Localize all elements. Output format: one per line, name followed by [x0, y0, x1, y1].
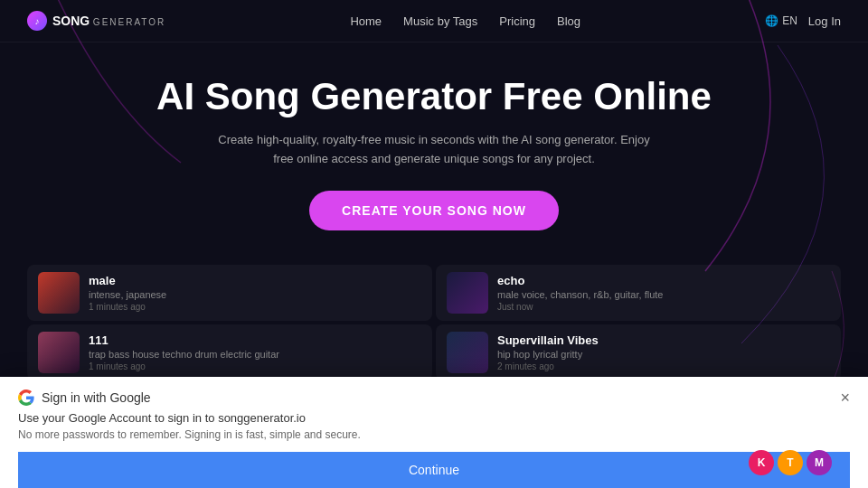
song-time: Just now [497, 302, 830, 312]
song-tags: hip hop lyrical gritty [497, 349, 830, 360]
song-card[interactable]: 111 trap bass house techno drum electric… [27, 324, 432, 380]
song-info: Supervillain Vibes hip hop lyrical gritt… [497, 333, 830, 371]
language-selector[interactable]: 🌐 EN [765, 14, 797, 27]
nav-home[interactable]: Home [350, 14, 382, 28]
nav-pricing[interactable]: Pricing [499, 14, 535, 28]
hero-title: AI Song Generator Free Online [18, 75, 850, 118]
close-signin-button[interactable]: × [840, 389, 850, 406]
song-tags: intense, japanese [89, 289, 421, 300]
song-thumbnail [447, 272, 488, 314]
nav-blog[interactable]: Blog [557, 14, 580, 28]
avatar-1: K [749, 450, 774, 475]
song-tags: trap bass house techno drum electric gui… [89, 349, 421, 360]
google-signin-bar: Sign in with Google × Use your Google Ac… [0, 377, 868, 488]
signin-subtext: No more passwords to remember. Signing i… [18, 428, 850, 441]
song-card[interactable]: Supervillain Vibes hip hop lyrical gritt… [436, 324, 841, 380]
song-time: 1 minutes ago [89, 302, 421, 312]
avatar-3: M [807, 450, 832, 475]
navbar-right: 🌐 EN Log In [765, 14, 841, 28]
song-title: male [89, 274, 421, 287]
signin-description: Use your Google Account to sign in to so… [18, 411, 850, 425]
song-card[interactable]: echo male voice, chanson, r&b, guitar, f… [436, 265, 841, 321]
song-time: 2 minutes ago [497, 361, 830, 371]
avatar-2: T [778, 450, 803, 475]
song-info: 111 trap bass house techno drum electric… [89, 333, 421, 371]
song-time: 1 minutes ago [89, 361, 421, 371]
song-info: echo male voice, chanson, r&b, guitar, f… [497, 274, 830, 312]
language-icon: 🌐 [765, 14, 778, 27]
logo-icon: ♪ [27, 11, 47, 31]
google-logo-icon [18, 389, 34, 406]
avatar-group: K T M [749, 450, 832, 475]
hero-section: AI Song Generator Free Online Create hig… [0, 42, 868, 249]
hero-description: Create high-quality, royalty-free music … [208, 131, 660, 169]
logo: ♪ SONG GENERATOR [27, 11, 165, 31]
nav-links: Home Music by Tags Pricing Blog [350, 14, 580, 28]
song-title: echo [497, 274, 830, 287]
song-thumbnail [38, 332, 80, 373]
song-tags: male voice, chanson, r&b, guitar, flute [497, 289, 830, 300]
navbar: ♪ SONG GENERATOR Home Music by Tags Pric… [0, 0, 868, 42]
signin-header: Sign in with Google × [18, 389, 850, 406]
song-thumbnail [447, 332, 488, 373]
song-info: male intense, japanese 1 minutes ago [89, 274, 421, 312]
login-link[interactable]: Log In [808, 14, 841, 28]
song-title: 111 [89, 333, 421, 347]
nav-music-by-tags[interactable]: Music by Tags [403, 14, 477, 28]
song-thumbnail [38, 272, 80, 314]
signin-title-text: Sign in with Google [42, 390, 151, 405]
language-label: EN [782, 14, 797, 27]
logo-song-text: SONG [52, 14, 90, 28]
song-title: Supervillain Vibes [497, 333, 830, 347]
signin-title-group: Sign in with Google [18, 389, 151, 406]
cta-button[interactable]: CREATE YOUR SONG NOW [309, 191, 559, 230]
song-card[interactable]: male intense, japanese 1 minutes ago [27, 265, 432, 321]
continue-button[interactable]: Continue [18, 452, 850, 488]
logo-gen-text: GENERATOR [93, 17, 165, 27]
